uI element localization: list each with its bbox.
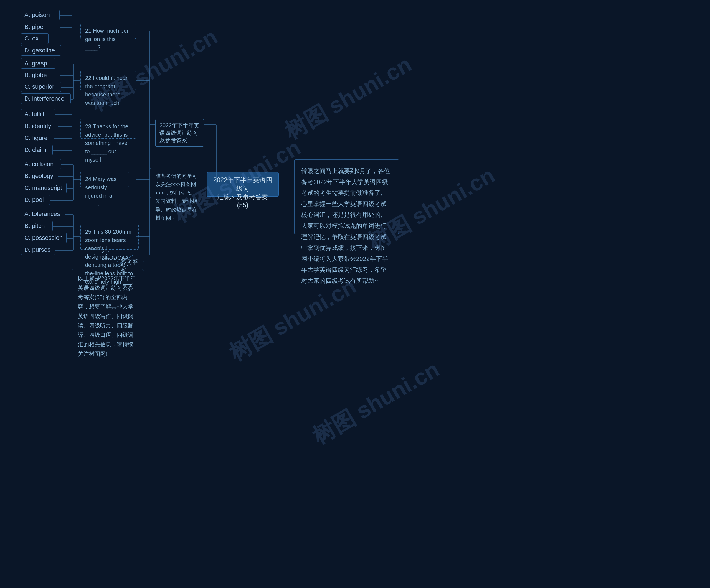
option-q23-D[interactable]: D. claim [21, 145, 53, 155]
option-q21-B[interactable]: B. pipe [21, 22, 54, 32]
main-center-box: 2022年下半年英语四级词 汇练习及参考答案(55) [207, 172, 279, 197]
option-q22-B[interactable]: B. globe [21, 70, 54, 80]
option-q23-A[interactable]: A. fulfill [21, 109, 55, 120]
question-24: 24.Mary was seriously injured in a ____. [80, 172, 129, 187]
option-q21-D[interactable]: D. gasoline [21, 45, 61, 56]
question-23: 23.Thanks for the advice, but this is so… [80, 119, 136, 139]
option-q24-D[interactable]: D. pool [21, 195, 50, 205]
option-q24-A[interactable]: A. collision [21, 159, 61, 169]
right-info-box: 转眼之间马上就要到9月了，各位备考2022年下半年大学英语四级考试的考生需要提前… [294, 160, 399, 234]
option-q23-B[interactable]: B. identify [21, 121, 58, 131]
summary-box: 以上就是'2022年下半年英语四级词汇练习及参考答案(55)'的全部内容，想要了… [72, 269, 143, 307]
option-q23-C[interactable]: C. figure [21, 133, 54, 143]
option-q25-D[interactable]: D. purses [21, 245, 55, 255]
option-q22-D[interactable]: D. interference [21, 93, 71, 104]
promo-box: 准备考研的同学可以关注>>>树图网<<<，热门动态、复习资料、专业指导、时政热点… [150, 168, 205, 198]
option-q25-C[interactable]: C. possession [21, 232, 67, 243]
option-q25-A[interactable]: A. tolerances [21, 209, 65, 219]
watermark-text-3: 树图 shuni.cn [279, 50, 417, 146]
question-25: 25.This 80-200mm zoom lens bears canon's… [80, 224, 139, 249]
question-21: 21.How much per gallon is this ____? [80, 24, 136, 39]
option-q24-C[interactable]: C. manuscript [21, 183, 67, 193]
option-q22-A[interactable]: A. grasp [21, 58, 55, 69]
watermark-text-6: 树图 shuni.cn [307, 354, 445, 451]
option-q21-C[interactable]: C. ox [21, 33, 49, 44]
question-22: 22.I couldn't hear the program because t… [80, 71, 136, 90]
option-q22-C[interactable]: C. superior [21, 81, 61, 92]
option-q24-B[interactable]: B. geology [21, 171, 58, 181]
option-q25-B[interactable]: B. pitch [21, 221, 53, 231]
center-node-label: 2022年下半年英语四级词汇练习及参考答案 [155, 119, 204, 147]
option-q21-A[interactable]: A. poison [21, 10, 60, 20]
